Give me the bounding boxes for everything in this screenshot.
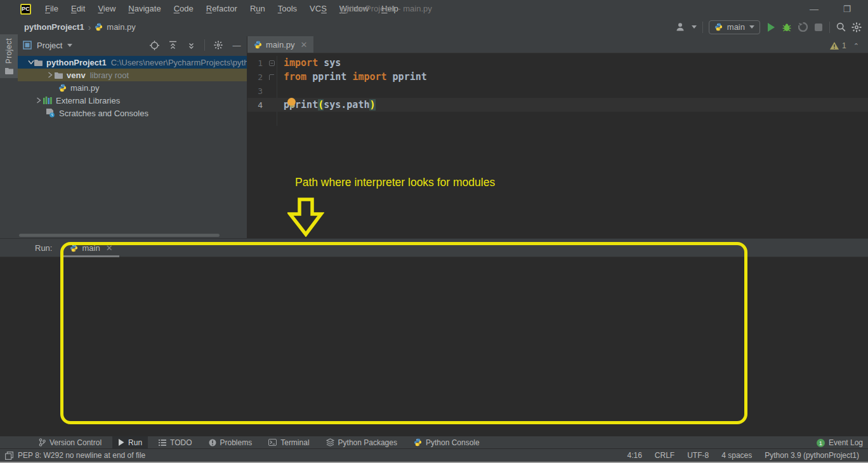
tree-item-pythonproject1[interactable]: pythonProject1C:\Users\never\PycharmProj… <box>18 56 247 69</box>
tree-item-main-py[interactable]: main.py <box>18 81 247 94</box>
horizontal-scrollbar[interactable] <box>19 234 220 237</box>
menu-tools[interactable]: Tools <box>272 0 303 18</box>
chevron-up-icon[interactable]: ⌃ <box>853 42 859 50</box>
toolwindow-button-label: Problems <box>220 438 253 447</box>
project-panel-title[interactable]: Project <box>37 41 62 50</box>
toolwindow-button-version-control[interactable]: Version Control <box>33 436 107 449</box>
toolwindow-button-label: Version Control <box>49 438 102 447</box>
event-log-button[interactable]: 1 Event Log <box>817 436 863 449</box>
folder-icon <box>34 59 43 66</box>
annotation-text: Path where interpreter looks for modules <box>295 176 495 189</box>
layered-windows-icon[interactable] <box>5 452 13 460</box>
packages-icon <box>326 438 334 446</box>
editor-area: main.py ✕ 1import sys2from pprint import… <box>247 36 868 238</box>
pycharm-window: PC FileEditViewNavigateCodeRefactorRunTo… <box>0 0 868 463</box>
menu-code[interactable]: Code <box>168 0 200 18</box>
panel-settings-gear-icon[interactable] <box>213 40 223 50</box>
coverage-button[interactable] <box>798 22 808 32</box>
toolbar-divider <box>702 22 703 33</box>
toolwindow-button-python-packages[interactable]: Python Packages <box>320 436 403 449</box>
tree-item-label: venv <box>67 70 86 80</box>
chevron-down-icon[interactable] <box>67 44 72 47</box>
chevron-down-icon[interactable] <box>692 25 697 29</box>
debug-button[interactable] <box>782 22 792 32</box>
chevron-right-icon[interactable] <box>34 97 43 104</box>
project-tree: pythonProject1C:\Users\never\PycharmProj… <box>18 56 247 119</box>
fold-marker[interactable] <box>263 60 284 66</box>
chevron-down-icon[interactable] <box>28 60 34 65</box>
toolwindow-button-python-console[interactable]: Python Console <box>408 436 485 449</box>
code-line-3[interactable]: 3 <box>247 84 868 98</box>
tree-item-venv[interactable]: venvlibrary root <box>18 69 247 81</box>
branch-icon <box>39 438 46 446</box>
minimize-button[interactable]: — <box>806 4 822 14</box>
toolwindow-button-todo[interactable]: TODO <box>153 436 197 449</box>
toolwindow-icon <box>23 41 32 50</box>
code-line-4[interactable]: 4pprint(sys.path) <box>247 98 868 112</box>
hide-panel-icon[interactable]: — <box>232 40 242 50</box>
menu-view[interactable]: View <box>91 0 122 18</box>
todo-icon <box>159 440 166 446</box>
status-item-4-spaces[interactable]: 4 spaces <box>721 451 752 460</box>
code-text: pprint(sys.path) <box>284 99 376 111</box>
toolwindow-button-label: TODO <box>170 438 192 447</box>
editor-tab-label: main.py <box>266 40 295 50</box>
close-tab-icon[interactable]: ✕ <box>106 243 113 253</box>
stop-button[interactable] <box>813 22 824 32</box>
status-message[interactable]: PEP 8: W292 no newline at end of file <box>18 451 145 460</box>
toolwindow-button-run[interactable]: Run <box>112 436 148 449</box>
code-text: from pprint import pprint <box>284 71 427 83</box>
settings-gear-icon[interactable] <box>852 22 862 32</box>
pycharm-logo-icon: PC <box>20 4 31 15</box>
editor-tab-main-py[interactable]: main.py ✕ <box>247 36 313 53</box>
chevron-right-icon: › <box>88 22 91 32</box>
tree-item-scratches-and-consoles[interactable]: Scratches and Consoles <box>18 107 247 119</box>
status-item-crlf[interactable]: CRLF <box>655 451 674 460</box>
menu-file[interactable]: File <box>39 0 65 18</box>
code-line-1[interactable]: 1import sys <box>247 56 868 70</box>
status-item-python-3-9-pythonproject1-[interactable]: Python 3.9 (pythonProject1) <box>765 451 859 460</box>
toolbar-divider <box>829 22 830 33</box>
code-line-2[interactable]: 2from pprint import pprint <box>247 70 868 84</box>
fold-marker[interactable] <box>263 74 284 80</box>
line-number: 2 <box>247 72 263 82</box>
inspections-widget[interactable]: 1 ⌃ <box>830 41 859 50</box>
breadcrumb-file[interactable]: main.py <box>107 22 136 32</box>
collapse-all-icon[interactable] <box>186 40 196 50</box>
project-header: Project — <box>18 36 247 54</box>
tree-item-external-libraries[interactable]: External Libraries <box>18 94 247 107</box>
menu-edit[interactable]: Edit <box>65 0 91 18</box>
intention-bulb-icon[interactable] <box>287 98 296 106</box>
stripe-tab-project[interactable]: Project <box>0 34 18 78</box>
toolwindow-button-label: Python Console <box>426 438 480 447</box>
status-item-utf-8[interactable]: UTF-8 <box>687 451 709 460</box>
menu-vcs[interactable]: VCS <box>303 0 333 18</box>
menu-refactor[interactable]: Refactor <box>200 0 244 18</box>
breadcrumb: pythonProject1 › main.py <box>18 22 136 32</box>
chevron-right-icon[interactable] <box>46 72 55 78</box>
tree-item-label: Scratches and Consoles <box>59 109 148 118</box>
run-button[interactable] <box>766 22 776 32</box>
run-panel-label: Run: <box>35 243 52 253</box>
code-viewport[interactable]: 1import sys2from pprint import pprint34p… <box>247 56 868 112</box>
libraries-icon <box>43 97 52 104</box>
menu-navigate[interactable]: Navigate <box>122 0 167 18</box>
tree-item-suffix: library root <box>90 70 129 80</box>
user-avatar-icon[interactable] <box>676 22 686 32</box>
run-tab-main[interactable]: main ✕ <box>63 238 119 257</box>
locate-file-icon[interactable] <box>149 40 159 50</box>
status-item-4-16[interactable]: 4:16 <box>628 451 642 460</box>
search-everywhere-icon[interactable] <box>836 22 846 32</box>
expand-all-icon[interactable] <box>168 40 178 50</box>
status-bar: PEP 8: W292 no newline at end of file 4:… <box>0 448 868 462</box>
window-controls: — ❐ <box>806 0 855 18</box>
breadcrumb-project[interactable]: pythonProject1 <box>24 22 84 32</box>
restore-button[interactable]: ❐ <box>839 4 855 14</box>
python-icon <box>714 23 723 31</box>
close-tab-icon[interactable]: ✕ <box>301 40 308 50</box>
toolwindow-button-terminal[interactable]: Terminal <box>263 436 315 449</box>
toolwindow-button-problems[interactable]: Problems <box>203 436 258 449</box>
menu-run[interactable]: Run <box>244 0 272 18</box>
run-configuration-select[interactable]: main <box>709 20 760 34</box>
project-tool-window: Project — pythonProject1C:\Users\never\P… <box>18 36 247 238</box>
